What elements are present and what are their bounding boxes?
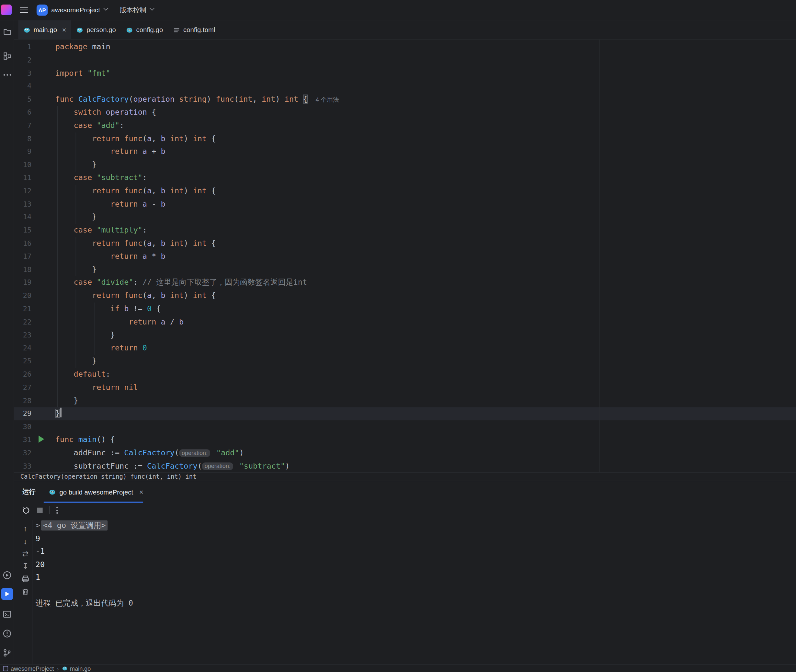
code-line[interactable]: return func(a, b int) int { xyxy=(55,185,796,198)
line-number[interactable]: 17 xyxy=(14,250,31,263)
code-line[interactable]: subtractFunc := CalcFactory(operation: "… xyxy=(55,459,796,472)
editor[interactable]: 1234567891011121314151617181920212223242… xyxy=(14,40,796,472)
code-lines[interactable]: package mainimport "fmt"func CalcFactory… xyxy=(55,40,796,472)
line-number[interactable]: 12 xyxy=(14,185,31,198)
line-number[interactable]: 5 xyxy=(14,93,31,106)
clear-console-icon[interactable] xyxy=(19,587,32,597)
line-number[interactable]: 29 xyxy=(14,407,31,420)
code-line[interactable] xyxy=(55,54,796,67)
line-number[interactable]: 21 xyxy=(14,302,31,315)
line-number[interactable]: 15 xyxy=(14,224,31,237)
code-line[interactable]: if b != 0 { xyxy=(55,302,796,315)
hamburger-menu-icon[interactable] xyxy=(20,7,28,13)
line-number[interactable]: 20 xyxy=(14,290,31,302)
tab-config-go[interactable]: config.go xyxy=(121,21,168,39)
breadcrumb-file[interactable]: main.go xyxy=(62,665,91,671)
terminal-tool-icon[interactable] xyxy=(0,608,14,621)
line-number[interactable]: 7 xyxy=(14,119,31,132)
line-number[interactable]: 11 xyxy=(14,172,31,185)
problems-tool-icon[interactable] xyxy=(0,627,14,640)
line-number[interactable]: 14 xyxy=(14,211,31,224)
code-line[interactable]: } xyxy=(55,355,796,368)
line-number[interactable]: 18 xyxy=(14,263,31,276)
code-line[interactable]: } xyxy=(55,407,796,420)
line-number[interactable]: 9 xyxy=(14,146,31,158)
code-line[interactable] xyxy=(55,420,796,433)
code-line[interactable]: return func(a, b int) int { xyxy=(55,132,796,145)
line-number[interactable]: 26 xyxy=(14,368,31,381)
tab-config-toml[interactable]: config.toml xyxy=(168,21,220,39)
code-line[interactable]: } xyxy=(55,211,796,224)
line-number[interactable]: 27 xyxy=(14,381,31,394)
line-number[interactable]: 30 xyxy=(14,420,31,433)
code-line[interactable]: package main xyxy=(55,40,796,53)
scroll-to-end-icon[interactable]: ↧ xyxy=(19,561,32,571)
line-number[interactable]: 23 xyxy=(14,329,31,342)
line-number[interactable]: 8 xyxy=(14,132,31,145)
scroll-up-icon[interactable]: ↑ xyxy=(19,523,32,533)
code-line[interactable]: } xyxy=(55,158,796,171)
chevron-down-icon[interactable] xyxy=(150,5,155,11)
line-number[interactable]: 28 xyxy=(14,394,31,407)
project-name[interactable]: awesomeProject xyxy=(51,6,100,14)
stop-icon[interactable] xyxy=(37,507,42,513)
close-icon[interactable]: × xyxy=(62,26,66,34)
code-line[interactable]: func main() { xyxy=(55,434,796,446)
line-number[interactable]: 13 xyxy=(14,198,31,211)
line-number[interactable]: 10 xyxy=(14,158,31,171)
rerun-icon[interactable] xyxy=(21,506,30,515)
vcs-widget[interactable]: 版本控制 xyxy=(120,5,146,14)
chevron-down-icon[interactable] xyxy=(103,5,109,11)
code-line[interactable]: } xyxy=(55,394,796,407)
line-number[interactable]: 25 xyxy=(14,355,31,368)
code-line[interactable]: return func(a, b int) int { xyxy=(55,290,796,302)
line-number[interactable]: 24 xyxy=(14,342,31,355)
line-number[interactable]: 16 xyxy=(14,237,31,250)
code-line[interactable]: return a * b xyxy=(55,250,796,263)
project-tool-icon[interactable] xyxy=(0,25,14,38)
console-output[interactable]: ><4 go 设置调用>9-1201进程 已完成，退出代码为 0 xyxy=(36,520,791,610)
line-number[interactable]: 33 xyxy=(14,459,31,472)
code-line[interactable]: case "divide": // 这里是向下取整了，因为函数签名返回是int xyxy=(55,276,796,289)
git-tool-icon[interactable] xyxy=(0,646,14,660)
code-line[interactable]: return func(a, b int) int { xyxy=(55,237,796,250)
line-number[interactable]: 4 xyxy=(14,80,31,93)
line-number[interactable]: 6 xyxy=(14,106,31,119)
structure-tool-icon[interactable] xyxy=(0,49,14,62)
code-line[interactable]: default: xyxy=(55,368,796,381)
run-gutter-icon[interactable] xyxy=(38,435,44,443)
line-number[interactable]: 1 xyxy=(14,40,31,53)
breadcrumb-project[interactable]: awesomeProject xyxy=(11,665,54,671)
tab-main-go[interactable]: main.go × xyxy=(18,21,71,39)
more-tool-windows-icon[interactable] xyxy=(0,68,14,81)
code-line[interactable]: } xyxy=(55,329,796,342)
line-number[interactable]: 2 xyxy=(14,54,31,67)
line-number[interactable]: 32 xyxy=(14,446,31,459)
project-avatar[interactable]: AP xyxy=(37,4,48,15)
breadcrumb[interactable]: awesomeProject xyxy=(3,665,54,671)
code-line[interactable]: } xyxy=(55,263,796,276)
code-line[interactable]: return nil xyxy=(55,381,796,394)
gutter-numbers[interactable]: 1234567891011121314151617181920212223242… xyxy=(14,40,31,472)
code-line[interactable]: case "add": xyxy=(55,119,796,132)
line-number[interactable]: 19 xyxy=(14,276,31,289)
code-line[interactable]: case "multiply": xyxy=(55,224,796,237)
more-options-icon[interactable] xyxy=(56,507,58,514)
tab-person-go[interactable]: person.go xyxy=(71,21,121,39)
code-line[interactable]: import "fmt" xyxy=(55,67,796,80)
line-number[interactable]: 31 xyxy=(14,434,31,446)
code-line[interactable]: return a / b xyxy=(55,316,796,329)
scroll-down-icon[interactable]: ↓ xyxy=(19,536,32,546)
code-line[interactable] xyxy=(55,80,796,93)
code-line[interactable]: return a + b xyxy=(55,146,796,158)
run-config-tab[interactable]: go build awesomeProject × xyxy=(49,481,143,502)
console-command-fold[interactable]: <4 go 设置调用> xyxy=(41,520,108,530)
code-line[interactable]: addFunc := CalcFactory(operation: "add") xyxy=(55,446,796,459)
code-line[interactable]: func CalcFactory(operation string) func(… xyxy=(55,93,796,106)
run-tool-icon-active[interactable] xyxy=(1,588,13,600)
print-icon[interactable] xyxy=(19,574,32,584)
code-line[interactable]: switch operation { xyxy=(55,106,796,119)
code-line[interactable]: return 0 xyxy=(55,342,796,355)
code-line[interactable]: return a - b xyxy=(55,198,796,211)
soft-wrap-icon[interactable]: ⇄ xyxy=(19,549,32,559)
